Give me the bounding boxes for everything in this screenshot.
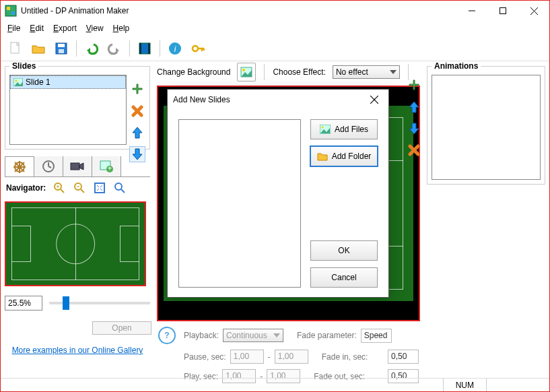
add-folder-button[interactable]: Add Folder	[310, 146, 378, 166]
svg-rect-1	[7, 7, 10, 10]
folder-icon	[317, 152, 328, 161]
zoom-fit-button[interactable]	[93, 181, 106, 195]
pause-to-field[interactable]: 1,00	[275, 350, 308, 364]
zoom-in-button[interactable]	[53, 181, 66, 195]
move-animation-down-button[interactable]	[406, 121, 422, 137]
navigator-label: Navigator:	[6, 183, 46, 193]
svg-marker-51	[390, 70, 397, 74]
svg-marker-35	[79, 163, 83, 170]
window-title: Untitled - DP Animation Maker	[21, 6, 456, 15]
new-file-button[interactable]	[6, 39, 25, 58]
info-button[interactable]: i	[166, 39, 184, 58]
fade-in-label: Fade in, sec:	[322, 352, 368, 362]
svg-rect-9	[58, 44, 65, 47]
menu-file[interactable]: File	[3, 22, 24, 34]
move-slide-up-button[interactable]	[129, 125, 145, 141]
navigator-preview[interactable]	[5, 201, 146, 286]
move-animation-up-button[interactable]	[406, 99, 422, 115]
dialog-title: Add New Slides	[173, 95, 366, 104]
svg-marker-53	[409, 102, 419, 112]
zoom-value-input[interactable]: 25.5%	[5, 296, 42, 311]
change-background-button[interactable]	[237, 63, 256, 81]
playback-bar: ? Playback: Continuous Fade parameter: S…	[154, 321, 423, 386]
navigator-bar: Navigator:	[5, 177, 150, 199]
redo-button[interactable]	[105, 39, 124, 58]
close-button[interactable]	[518, 1, 549, 21]
pause-label: Pause, sec:	[184, 352, 226, 362]
choose-effect-dropdown[interactable]: No effect	[333, 65, 400, 79]
slides-panel: Slides Slide 1	[5, 61, 150, 150]
menu-edit[interactable]: Edit	[26, 22, 48, 34]
add-animation-button[interactable]	[406, 77, 422, 94]
film-button[interactable]	[135, 39, 154, 58]
slides-list[interactable]: Slide 1	[9, 75, 127, 145]
zoom-out-button[interactable]	[73, 181, 86, 195]
chevron-down-icon	[390, 70, 397, 74]
minimize-button[interactable]	[456, 1, 487, 21]
help-icon[interactable]: ?	[158, 327, 176, 344]
choose-effect-label: Choose Effect:	[273, 67, 326, 77]
open-file-button[interactable]	[29, 39, 48, 58]
svg-point-58	[321, 127, 323, 129]
slide-label: Slide 1	[26, 77, 50, 87]
menu-view[interactable]: View	[82, 22, 108, 34]
save-file-button[interactable]	[52, 39, 71, 58]
dialog-file-list[interactable]	[178, 119, 301, 288]
zoom-slider[interactable]	[49, 302, 150, 304]
slide-item[interactable]: Slide 1	[10, 75, 126, 89]
tool-tabs: +	[5, 156, 150, 177]
dialog-close-button[interactable]	[366, 91, 383, 108]
tab-image-add[interactable]: +	[92, 156, 121, 176]
add-new-slides-dialog: Add New Slides Add Files Add Folder OK C…	[167, 89, 389, 298]
animations-legend: Animations	[432, 61, 481, 71]
svg-marker-24	[133, 127, 142, 138]
svg-rect-2	[11, 11, 15, 15]
maximize-button[interactable]	[487, 1, 518, 21]
image-icon	[13, 78, 23, 86]
undo-button[interactable]	[82, 39, 101, 58]
playback-label: Playback:	[184, 331, 219, 340]
animations-list[interactable]	[432, 75, 541, 180]
tab-clock[interactable]	[34, 156, 63, 176]
add-slide-button[interactable]	[129, 81, 145, 98]
pause-from-field[interactable]: 1,00	[230, 350, 264, 364]
change-background-label: Change Background	[157, 67, 230, 77]
svg-rect-15	[148, 43, 150, 54]
key-button[interactable]	[188, 39, 207, 58]
fade-parameter-field[interactable]: Speed	[361, 329, 392, 343]
svg-text:+: +	[107, 164, 112, 172]
delete-slide-button[interactable]	[129, 103, 145, 119]
status-num: NUM	[443, 379, 486, 391]
menu-bar: File Edit Export View Help	[1, 21, 549, 36]
svg-rect-34	[71, 163, 79, 170]
playback-mode-dropdown[interactable]: Continuous	[223, 329, 283, 342]
move-slide-down-button[interactable]	[129, 146, 145, 162]
svg-line-44	[81, 189, 84, 193]
dialog-ok-button[interactable]: OK	[310, 240, 378, 261]
animations-panel: Animations	[427, 61, 545, 185]
fade-in-field[interactable]: 0,50	[388, 350, 419, 364]
tab-wheel[interactable]	[5, 156, 34, 176]
title-bar: Untitled - DP Animation Maker	[1, 1, 549, 21]
svg-text:i: i	[174, 44, 176, 54]
zoom-actual-button[interactable]	[113, 181, 127, 195]
menu-export[interactable]: Export	[49, 22, 81, 34]
menu-help[interactable]: Help	[109, 22, 134, 34]
open-button[interactable]: Open	[92, 321, 151, 335]
svg-point-50	[242, 69, 245, 71]
slides-legend: Slides	[9, 61, 38, 71]
svg-line-33	[48, 166, 51, 168]
choose-effect-value: No effect	[336, 67, 368, 77]
svg-marker-25	[133, 149, 142, 160]
main-toolbar: i	[1, 36, 549, 61]
online-gallery-link[interactable]: More examples in our Online Gallery	[5, 346, 150, 355]
dialog-cancel-button[interactable]: Cancel	[310, 267, 378, 288]
svg-point-23	[15, 80, 18, 82]
app-icon	[5, 5, 17, 17]
tab-camera[interactable]	[63, 156, 92, 176]
svg-marker-52	[273, 333, 280, 337]
svg-rect-4	[500, 8, 506, 14]
add-files-button[interactable]: Add Files	[310, 119, 378, 139]
delete-animation-button[interactable]	[406, 142, 422, 158]
svg-line-40	[61, 189, 64, 193]
